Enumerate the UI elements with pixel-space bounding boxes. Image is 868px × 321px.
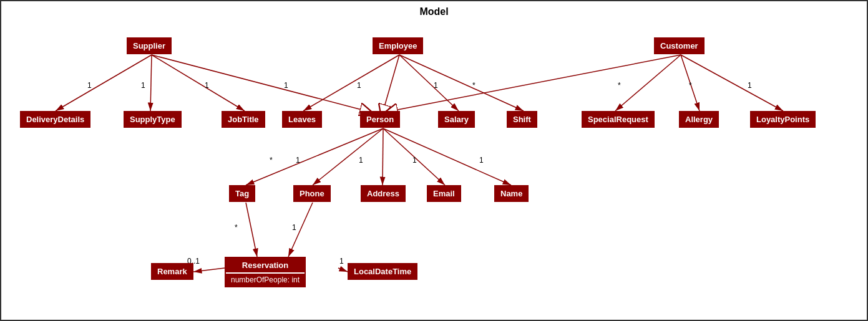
node-email[interactable]: Email xyxy=(427,185,461,202)
svg-line-18 xyxy=(246,203,257,257)
node-leaves[interactable]: Leaves xyxy=(282,111,322,128)
svg-line-21 xyxy=(338,268,348,272)
node-remark[interactable]: Remark xyxy=(151,263,193,280)
node-job-title[interactable]: JobTitle xyxy=(222,111,265,128)
node-delivery-details[interactable]: DeliveryDetails xyxy=(20,111,90,128)
diagram-title: Model xyxy=(1,6,867,17)
mult-supplier-supply: 1 xyxy=(141,81,145,90)
node-tag[interactable]: Tag xyxy=(229,185,255,202)
node-customer[interactable]: Customer xyxy=(654,37,705,54)
svg-line-8 xyxy=(152,55,366,111)
mult-cust-loyalty: 1 xyxy=(748,81,752,90)
svg-line-5 xyxy=(383,55,399,111)
mult-cust-allergy: * xyxy=(689,81,692,90)
mult-cust-special: * xyxy=(618,81,621,90)
node-address[interactable]: Address xyxy=(361,185,406,202)
mult-emp-salary: 1 xyxy=(434,81,438,90)
reservation-attr: numberOfPeople: int xyxy=(226,274,305,286)
mult-person-address: 1 xyxy=(359,156,363,165)
node-phone[interactable]: Phone xyxy=(293,185,331,202)
svg-line-6 xyxy=(399,55,459,111)
mult-tag-reservation: * xyxy=(235,223,238,232)
mult-person-email: 1 xyxy=(412,156,417,165)
node-employee[interactable]: Employee xyxy=(373,37,423,54)
svg-line-1 xyxy=(56,55,152,111)
mult-phone-reservation: 1 xyxy=(292,223,296,232)
mult-reservation-ldt: 1 xyxy=(339,257,344,266)
svg-line-15 xyxy=(383,128,383,185)
node-supplier[interactable]: Supplier xyxy=(127,37,172,54)
node-person[interactable]: Person xyxy=(360,111,400,128)
svg-line-2 xyxy=(150,55,152,111)
node-name[interactable]: Name xyxy=(494,185,529,202)
mult-person-tag: * xyxy=(270,156,273,165)
svg-line-11 xyxy=(681,55,783,111)
svg-line-20 xyxy=(193,268,225,272)
svg-line-14 xyxy=(313,128,383,185)
svg-line-17 xyxy=(383,128,511,185)
svg-line-3 xyxy=(152,55,245,111)
mult-person-phone: 1 xyxy=(296,156,300,165)
svg-line-7 xyxy=(399,55,524,111)
svg-line-9 xyxy=(615,55,681,111)
mult-emp-person: 1 xyxy=(357,81,361,90)
mult-supplier-delivery: 1 xyxy=(87,81,92,90)
reservation-label: Reservation xyxy=(226,258,305,274)
node-local-date-time[interactable]: LocalDateTime xyxy=(348,263,417,280)
svg-line-4 xyxy=(303,55,399,111)
node-supply-type[interactable]: SupplyType xyxy=(124,111,182,128)
node-shift[interactable]: Shift xyxy=(507,111,537,128)
node-reservation[interactable]: Reservation numberOfPeople: int xyxy=(225,257,306,287)
mult-person-name: 1 xyxy=(479,156,484,165)
diagram-canvas: Model xyxy=(0,0,868,321)
mult-supplier-jobtitle: 1 xyxy=(205,81,209,90)
mult-emp-leaves: 1 xyxy=(284,81,288,90)
node-special-request[interactable]: SpecialRequest xyxy=(582,111,655,128)
node-allergy[interactable]: Allergy xyxy=(679,111,719,128)
node-salary[interactable]: Salary xyxy=(438,111,475,128)
node-loyalty-points[interactable]: LoyaltyPoints xyxy=(750,111,816,128)
mult-emp-shift: * xyxy=(472,81,475,90)
